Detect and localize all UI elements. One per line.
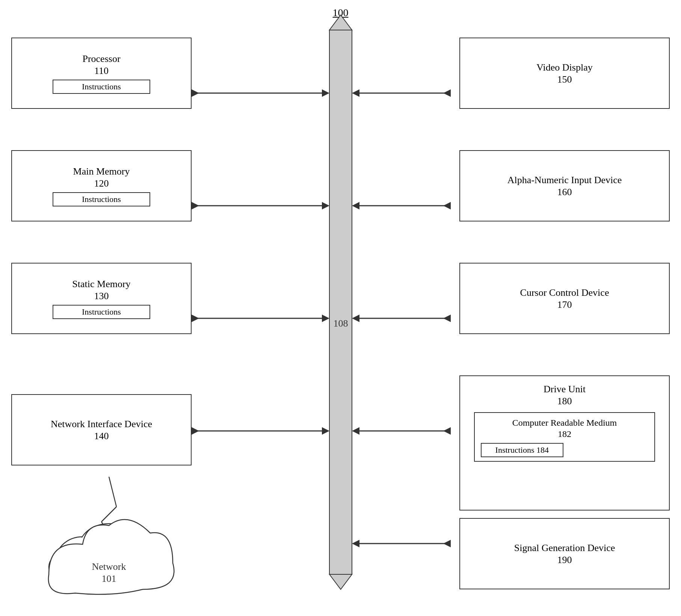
network-cloud-svg: Network 101 xyxy=(38,499,180,597)
network-interface-label: Network Interface Device xyxy=(51,418,152,431)
alpha-numeric-box: Alpha-Numeric Input Device 160 xyxy=(459,150,670,221)
crm-instructions: Instructions 184 xyxy=(481,443,563,457)
video-display-label: Video Display xyxy=(536,61,592,74)
network-interface-box: Network Interface Device 140 xyxy=(11,394,192,465)
alpha-numeric-number: 160 xyxy=(557,187,572,198)
processor-box: Processor 110 Instructions xyxy=(11,38,192,109)
svg-marker-17 xyxy=(322,315,329,322)
network-cloud: Network 101 xyxy=(38,499,180,597)
crm-label: Computer Readable Medium xyxy=(481,417,648,429)
cursor-control-number: 170 xyxy=(557,299,572,310)
diagram-title: 100 xyxy=(333,7,349,19)
svg-marker-22 xyxy=(192,427,199,435)
svg-marker-11 xyxy=(322,202,329,209)
drive-unit-number: 180 xyxy=(557,396,572,407)
svg-marker-19 xyxy=(352,315,359,322)
signal-generation-number: 190 xyxy=(557,554,572,566)
svg-marker-10 xyxy=(192,202,199,209)
svg-marker-14 xyxy=(443,202,451,209)
svg-marker-13 xyxy=(352,202,359,209)
svg-marker-2 xyxy=(329,574,352,589)
svg-marker-4 xyxy=(192,89,199,97)
crm-number: 182 xyxy=(481,429,648,439)
main-memory-label: Main Memory xyxy=(73,165,130,178)
main-memory-number: 120 xyxy=(94,178,109,189)
crm-box: Computer Readable Medium 182 Instruction… xyxy=(474,412,655,462)
processor-instructions: Instructions xyxy=(53,80,150,94)
svg-rect-0 xyxy=(329,30,352,574)
signal-generation-label: Signal Generation Device xyxy=(514,542,615,554)
svg-text:Network: Network xyxy=(92,561,126,572)
svg-marker-5 xyxy=(322,89,329,97)
svg-text:101: 101 xyxy=(102,573,116,584)
alpha-numeric-label: Alpha-Numeric Input Device xyxy=(507,174,622,187)
processor-label: Processor xyxy=(82,53,120,65)
drive-unit-label: Drive Unit xyxy=(544,383,586,396)
signal-generation-box: Signal Generation Device 190 xyxy=(459,518,670,589)
svg-marker-7 xyxy=(352,89,359,97)
svg-marker-26 xyxy=(443,427,451,435)
svg-marker-8 xyxy=(443,89,451,97)
svg-marker-23 xyxy=(322,427,329,435)
static-memory-number: 130 xyxy=(94,291,109,302)
main-memory-box: Main Memory 120 Instructions xyxy=(11,150,192,221)
svg-marker-25 xyxy=(352,427,359,435)
processor-number: 110 xyxy=(94,65,109,77)
static-memory-instructions: Instructions xyxy=(53,305,150,319)
cursor-control-box: Cursor Control Device 170 xyxy=(459,263,670,334)
static-memory-box: Static Memory 130 Instructions xyxy=(11,263,192,334)
svg-marker-20 xyxy=(443,315,451,322)
cursor-control-label: Cursor Control Device xyxy=(520,286,609,299)
svg-text:108: 108 xyxy=(334,318,348,329)
diagram: 100 108 xyxy=(0,0,681,616)
svg-marker-28 xyxy=(352,540,359,547)
main-memory-instructions: Instructions xyxy=(53,192,150,206)
network-interface-number: 140 xyxy=(94,431,109,442)
drive-unit-box: Drive Unit 180 Computer Readable Medium … xyxy=(459,375,670,511)
svg-marker-16 xyxy=(192,315,199,322)
svg-marker-29 xyxy=(443,540,451,547)
static-memory-label: Static Memory xyxy=(72,278,130,291)
video-display-number: 150 xyxy=(557,74,572,85)
video-display-box: Video Display 150 xyxy=(459,38,670,109)
